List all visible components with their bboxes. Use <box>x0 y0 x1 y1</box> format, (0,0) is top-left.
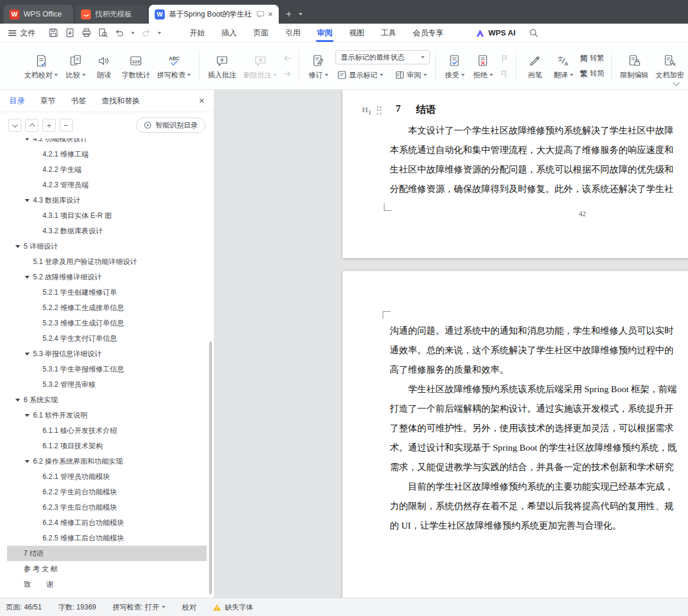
undo-dropdown-chevron[interactable] <box>131 32 135 34</box>
document-text-line[interactable]: 高了维修服务的质量和效率。 <box>390 360 677 379</box>
document-text-line[interactable]: 目前的学生社区故障维修预约系统的主要功能实现已经基本完成， <box>390 477 677 496</box>
toc-item[interactable]: 6.2 操作系统界面和功能实现 <box>7 454 207 469</box>
word-count-indicator[interactable]: 字数: 19369 <box>58 602 96 612</box>
save-button[interactable] <box>48 28 58 38</box>
document-text-line[interactable]: 打造了一个前后端解耦的架构设计。通过实施该开发模式，系统提升开 <box>390 399 677 418</box>
show-markup-button[interactable]: 显示标记 <box>335 69 385 82</box>
window-tab-document[interactable]: W 基于Spring Boot的学生社区 × <box>149 5 279 24</box>
sidebar-tab-4[interactable]: 查找和替换 <box>102 96 140 106</box>
page2-text[interactable]: 沟通的问题。通过系统中的通知和消息功能，学生和维修人员可以实时通效率。总的来说，… <box>390 321 677 535</box>
prev-change-button[interactable] <box>498 52 510 65</box>
toc-item[interactable]: 参 考 文 献 <box>7 561 207 576</box>
spellcheck-indicator[interactable]: 拼写检查: 打开 <box>113 602 166 612</box>
delete-comment-button[interactable]: 删除批注 <box>240 50 280 82</box>
toc-item[interactable]: 6.1.1 核心开发技术介绍 <box>7 423 207 438</box>
menu-tab-4[interactable]: 引用 <box>277 24 309 42</box>
undo-button[interactable] <box>115 28 125 38</box>
redo-button[interactable] <box>141 28 151 38</box>
restrict-editing-button[interactable]: 限制编辑 <box>617 50 651 82</box>
menu-tab-7[interactable]: 工具 <box>373 24 405 42</box>
sidebar-scrollbar-thumb[interactable] <box>209 341 212 594</box>
review-pane-button[interactable]: 审阅 <box>393 69 429 82</box>
simplified-to-traditional-button[interactable]: 简 转繁 <box>578 52 606 65</box>
document-text-line[interactable]: 学生社区故障维修预约系统该系统后端采用 Spring Boot 框架，前端 <box>390 379 677 399</box>
toc-item[interactable]: 6.2.2 学生前台功能模块 <box>7 484 207 500</box>
toc-expand-arrow-icon[interactable] <box>25 276 33 279</box>
sidebar-tab-1[interactable]: 目录 <box>9 96 25 106</box>
window-tab-wps-office[interactable]: W WPS Office <box>4 5 73 24</box>
document-text-line[interactable]: 力的限制，系统仍然存在着不足，希望以后我将提高代码的复用性、规 <box>390 496 677 516</box>
toc-item[interactable]: 4.3.2 数据库表设计 <box>7 223 207 239</box>
missing-font-warning[interactable]: 缺失字体 <box>213 602 253 612</box>
traditional-to-simplified-button[interactable]: 繁 转简 <box>578 67 606 80</box>
sidebar-tab-2[interactable]: 章节 <box>40 96 56 106</box>
toc-item[interactable]: 7 结语 <box>7 546 207 561</box>
document-text-line[interactable]: 生社区中故障维修资源的分配问题，系统可以根据不同故障的优先级和 <box>390 159 674 179</box>
pen-button[interactable]: 画笔 <box>521 50 549 82</box>
chevron-up-button[interactable] <box>25 119 38 132</box>
collapse-minus-button[interactable]: − <box>60 119 73 132</box>
wps-ai-button[interactable]: WPS AI <box>475 24 516 42</box>
translate-button[interactable]: 文A 翻译 <box>550 50 577 82</box>
document-text-line[interactable]: 了整体的可维护性。另外，使用该技术的选择更加灵活，可以根据需求 <box>390 418 677 438</box>
toc-item[interactable]: 6.1 软件开发说明 <box>7 408 207 423</box>
page-indicator[interactable]: 页面: 46/51 <box>6 602 42 612</box>
page-43[interactable]: 沟通的问题。通过系统中的通知和消息功能，学生和维修人员可以实时通效率。总的来说，… <box>343 271 688 598</box>
toc-item[interactable]: 6.1.2 项目技术架构 <box>7 438 207 454</box>
toc-item[interactable]: 4.2 功能模块设计 <box>7 138 207 146</box>
file-menu-button[interactable]: 文件 <box>8 24 35 42</box>
toc-expand-arrow-icon[interactable] <box>25 199 33 202</box>
encrypt-document-button[interactable]: 文档加密 <box>653 50 687 82</box>
heading-level-badge[interactable]: H1 <box>362 105 371 116</box>
document-text-line[interactable]: 分配维修资源，确保故障得到及时修复。此外，该系统还解决了学生社 <box>390 179 674 198</box>
prev-comment-button[interactable] <box>281 52 294 65</box>
insert-comment-button[interactable]: 插入批注 <box>205 50 239 82</box>
new-tab-button[interactable]: + <box>286 9 292 19</box>
document-text-line[interactable]: 沟通的问题。通过系统中的通知和消息功能，学生和维修人员可以实时 <box>390 321 677 340</box>
menu-tab-2[interactable]: 插入 <box>213 24 245 42</box>
toc-expand-arrow-icon[interactable] <box>15 245 24 248</box>
toc-item[interactable]: 5.2.4 学生支付订单信息 <box>7 331 207 346</box>
toc-item[interactable]: 5.2.2 维修工生成接单信息 <box>7 300 207 315</box>
toc-item[interactable]: 4.2.3 管理员端 <box>7 177 207 193</box>
toc-item[interactable]: 4.2.1 维修工端 <box>7 146 207 162</box>
document-text-line[interactable]: 本系统通过自动化和集中管理流程，大大提高了维修服务的响应速度和 <box>390 140 674 159</box>
page1-text[interactable]: 本文设计了一个学生社区故障维修预约系统解决了学生社区中故障本系统通过自动化和集中… <box>390 120 674 198</box>
document-text-line[interactable]: 需求，又能促进教学与实践的结合，并具备一定的技术创新和学术研究 <box>390 457 677 477</box>
print-button[interactable] <box>81 28 92 38</box>
document-text-line[interactable]: 通效率。总的来说，这个系统解决了学生社区中故障维修预约过程中的 <box>390 340 677 360</box>
menu-tab-3[interactable]: 页面 <box>245 24 277 42</box>
toc-item[interactable]: 5.2 故障维修详细设计 <box>7 269 207 285</box>
toc-item[interactable]: 5.3 举报信息详细设计 <box>7 346 207 361</box>
menu-tab-5[interactable]: 审阅 <box>309 24 341 42</box>
menu-tab-6[interactable]: 视图 <box>341 24 373 42</box>
export-pdf-button[interactable] <box>65 28 75 38</box>
menu-tab-8[interactable]: 会员专享 <box>405 24 452 42</box>
read-aloud-button[interactable]: 朗读 <box>90 50 118 82</box>
window-tab-docer[interactable]: 找稻壳模板 <box>75 5 147 24</box>
heading-drag-handle-icon[interactable] <box>377 106 382 115</box>
toc-item[interactable]: 4.2.2 学生端 <box>7 162 207 177</box>
next-comment-button[interactable] <box>281 67 294 80</box>
doc-proofing-button[interactable]: 文档校对 <box>21 50 61 82</box>
close-panel-icon[interactable]: × <box>199 96 204 106</box>
sidebar-tab-3[interactable]: 书签 <box>71 96 86 106</box>
toc-item[interactable]: 5.2.1 学生创建维修订单 <box>7 285 207 300</box>
word-count-button[interactable]: 123 字数统计 <box>119 50 153 82</box>
chevron-down-button[interactable] <box>8 119 21 132</box>
toc-expand-arrow-icon[interactable] <box>25 414 33 417</box>
toc-expand-arrow-icon[interactable] <box>25 138 33 141</box>
toc-expand-arrow-icon[interactable] <box>25 353 33 356</box>
document-text-line[interactable]: 的 UI，让学生社区故障维修预约系统更加完善与合理化。 <box>390 516 677 535</box>
toc-item[interactable]: 5.3.2 管理员审核 <box>7 377 207 392</box>
close-tab-icon[interactable]: × <box>268 10 273 18</box>
smart-toc-button[interactable]: 智能识别目录 <box>136 118 206 133</box>
reject-revision-button[interactable]: 拒绝 <box>469 50 497 82</box>
tab-list-chevron[interactable] <box>299 9 302 19</box>
toc-expand-arrow-icon[interactable] <box>25 460 33 463</box>
page-42[interactable]: H1 7结语 本文设计了一个学生社区故障维修预约系统解决了学生社区中故障本系统通… <box>343 90 688 258</box>
spell-check-button[interactable]: ABC 拼写检查 <box>154 50 194 82</box>
toc-item[interactable]: 6.2.5 维修工后台功能模块 <box>7 530 207 546</box>
toc-item[interactable]: 5.1 登录及用户验证功能详细设计 <box>7 254 207 269</box>
toc-item[interactable]: 4.3.1 项目实体 E-R 图 <box>7 208 207 223</box>
